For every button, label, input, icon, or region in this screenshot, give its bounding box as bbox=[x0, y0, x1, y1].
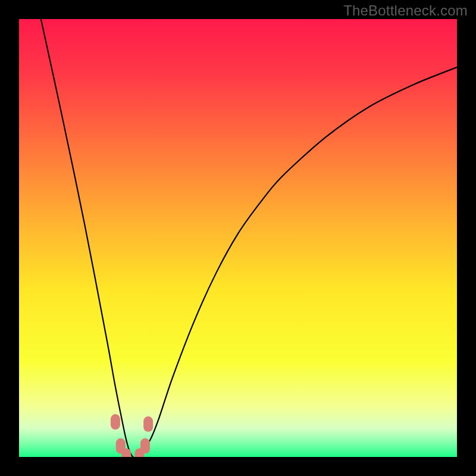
curve-marker bbox=[140, 439, 150, 454]
curve-marker bbox=[143, 416, 153, 432]
plot-area bbox=[19, 19, 457, 457]
outer-frame: TheBottleneck.com bbox=[0, 0, 476, 476]
curve-marker bbox=[111, 414, 120, 430]
gradient-background bbox=[19, 19, 457, 457]
plot-svg bbox=[19, 19, 457, 457]
watermark-text: TheBottleneck.com bbox=[343, 2, 468, 19]
